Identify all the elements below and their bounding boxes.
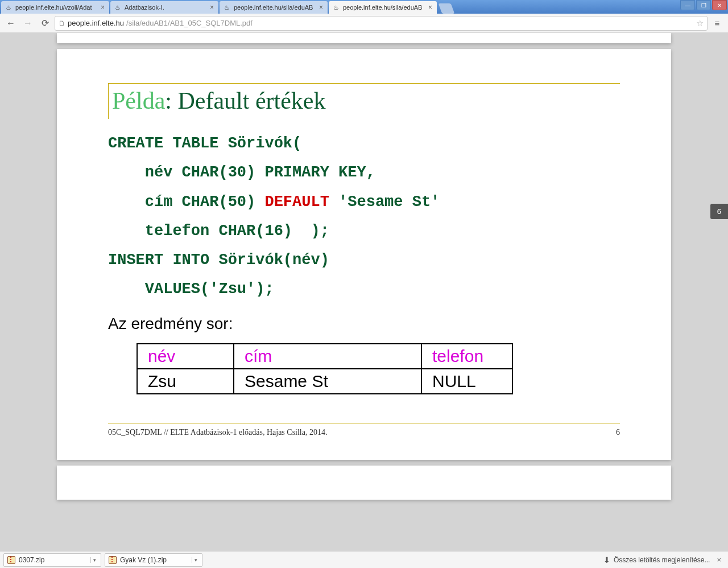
java-icon: ♨ <box>114 3 122 11</box>
downloads-right: ⬇ Összes letöltés megjelenítése... × <box>603 555 725 565</box>
zip-icon <box>7 556 15 564</box>
code-line: 'Sesame St' <box>329 194 440 211</box>
sql-code-block: CREATE TABLE Sörivók( név CHAR(30) PRIMA… <box>108 129 620 304</box>
forward-button[interactable]: → <box>20 16 35 31</box>
table-header-row: név cím telefon <box>137 344 512 369</box>
download-dropdown[interactable]: ▾ <box>192 557 200 563</box>
result-table: név cím telefon Zsu Sesame St NULL <box>136 343 513 394</box>
code-line: INSERT INTO Sörivók(név) <box>108 252 329 269</box>
browser-tab-4[interactable]: ♨ people.inf.elte.hu/sila/eduAB × <box>329 1 437 14</box>
java-icon: ♨ <box>223 3 231 11</box>
close-window-button[interactable]: ✕ <box>712 0 727 10</box>
new-tab-button[interactable] <box>439 3 455 14</box>
page-number-bubble[interactable]: 6 <box>710 204 728 219</box>
code-line: VALUES('Zsu'); <box>108 281 274 298</box>
download-item[interactable]: 0307.zip ▾ <box>3 553 101 567</box>
maximize-button[interactable]: ❐ <box>696 0 711 10</box>
code-line: név CHAR(30) PRIMARY KEY, <box>108 164 375 181</box>
footer-text: 05C_SQL7DML // ELTE Adatbázisok-1 előadá… <box>108 428 327 437</box>
table-cell: Zsu <box>137 369 234 394</box>
url-host: people.inf.elte.hu <box>68 19 124 27</box>
browser-tab-3[interactable]: ♨ people.inf.elte.hu/sila/eduAB × <box>220 1 328 14</box>
footer-page-number: 6 <box>616 428 620 437</box>
browser-tab-1[interactable]: ♨ people.inf.elte.hu/vzoli/Adat × <box>1 1 109 14</box>
show-all-downloads-link[interactable]: Összes letöltés megjelenítése... <box>614 556 710 564</box>
close-icon[interactable]: × <box>100 3 106 11</box>
downloads-bar: 0307.zip ▾ Gyak Vz (1).zip ▾ ⬇ Összes le… <box>0 551 728 568</box>
back-button[interactable]: ← <box>3 16 18 31</box>
download-item[interactable]: Gyak Vz (1).zip ▾ <box>105 553 202 567</box>
close-icon[interactable]: × <box>427 3 433 11</box>
close-downloads-bar[interactable]: × <box>713 555 725 564</box>
tab-strip: ♨ people.inf.elte.hu/vzoli/Adat × ♨ Adat… <box>0 0 728 14</box>
slide-title: Példa: Default értékek <box>112 87 620 119</box>
tab-title: people.inf.elte.hu/sila/eduAB <box>343 4 427 11</box>
bookmark-star-icon[interactable]: ☆ <box>696 18 704 28</box>
table-cell: Sesame St <box>234 369 421 394</box>
download-dropdown[interactable]: ▾ <box>90 557 98 563</box>
table-cell: NULL <box>421 369 512 394</box>
table-header: telefon <box>421 344 512 369</box>
zip-icon <box>109 556 117 564</box>
java-icon: ♨ <box>5 3 13 11</box>
slide-title-sep: : <box>165 88 177 114</box>
pdf-page-next-peek <box>57 466 671 500</box>
slide-title-part-b: Default értékek <box>177 88 325 114</box>
download-arrow-icon: ⬇ <box>603 555 610 565</box>
table-row: Zsu Sesame St NULL <box>137 369 512 394</box>
browser-tab-2[interactable]: ♨ Adatbazisok-I. × <box>110 1 218 14</box>
result-label: Az eredmény sor: <box>108 315 620 333</box>
close-icon[interactable]: × <box>318 3 324 11</box>
table-header: cím <box>234 344 421 369</box>
slide-footer: 05C_SQL7DML // ELTE Adatbázisok-1 előadá… <box>108 423 620 437</box>
code-line: telefon CHAR(16) ); <box>108 223 329 240</box>
java-icon: ♨ <box>332 3 340 11</box>
tab-title: people.inf.elte.hu/sila/eduAB <box>234 4 318 11</box>
url-path: /sila/eduAB1/AB1_05C_SQL7DML.pdf <box>126 19 253 27</box>
page-icon: 🗋 <box>59 19 65 27</box>
reload-button[interactable]: ⟳ <box>38 16 52 31</box>
code-line: CREATE TABLE Sörivók( <box>108 135 301 152</box>
code-keyword-default: DEFAULT <box>264 194 329 211</box>
address-bar[interactable]: 🗋 people.inf.elte.hu/sila/eduAB1/AB1_05C… <box>55 16 708 31</box>
pdf-page: Példa: Default értékek CREATE TABLE Söri… <box>57 49 671 460</box>
slide-title-part-a: Példa <box>112 88 165 114</box>
toolbar: ← → ⟳ 🗋 people.inf.elte.hu/sila/eduAB1/A… <box>0 14 728 33</box>
window-controls: — ❐ ✕ <box>679 0 728 10</box>
code-line: cím CHAR(50) <box>108 194 264 211</box>
page-number-text: 6 <box>717 207 721 216</box>
close-icon[interactable]: × <box>209 3 215 11</box>
minimize-button[interactable]: — <box>680 0 695 10</box>
download-filename: Gyak Vz (1).zip <box>120 556 188 564</box>
table-header: név <box>137 344 234 369</box>
pdf-viewport[interactable]: Példa: Default értékek CREATE TABLE Söri… <box>0 33 728 551</box>
tab-title: Adatbazisok-I. <box>125 4 209 11</box>
pdf-page-prev-peek <box>57 33 671 43</box>
slide-title-frame: Példa: Default értékek <box>108 83 620 119</box>
pdf-scroll: Példa: Default értékek CREATE TABLE Söri… <box>0 33 728 505</box>
tab-title: people.inf.elte.hu/vzoli/Adat <box>15 4 100 11</box>
chrome-menu-button[interactable]: ≡ <box>710 16 725 31</box>
download-filename: 0307.zip <box>19 556 87 564</box>
